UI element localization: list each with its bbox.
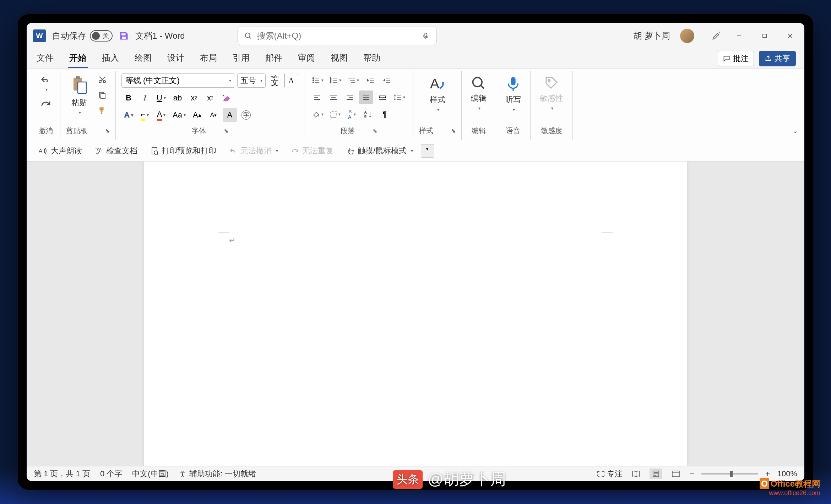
cut-button[interactable]: [96, 73, 109, 86]
strikethrough-button[interactable]: ab: [170, 91, 185, 105]
font-color-button[interactable]: A▾: [154, 108, 168, 122]
enclose-characters-button[interactable]: 字: [239, 108, 253, 122]
share-button[interactable]: 共享: [759, 51, 796, 66]
tab-insert[interactable]: 插入: [101, 49, 120, 68]
redo-button[interactable]: [37, 98, 54, 110]
increase-indent-button[interactable]: [380, 73, 394, 87]
accessibility-status[interactable]: 辅助功能: 一切就绪: [179, 469, 256, 479]
shading-button[interactable]: ▾: [310, 108, 326, 121]
character-border-button[interactable]: A: [284, 74, 298, 87]
search-input[interactable]: [257, 31, 417, 41]
page-info[interactable]: 第 1 页，共 1 页: [34, 469, 90, 479]
minimize-button[interactable]: [731, 28, 747, 44]
font-name-select[interactable]: 等线 (中文正文)▾: [121, 73, 235, 88]
highlight-button[interactable]: ⌐▾: [138, 108, 152, 122]
focus-mode[interactable]: 专注: [597, 469, 623, 479]
group-styles: A 样式 ▾ 样式⬊: [413, 71, 462, 140]
clipboard-launcher[interactable]: ⬊: [105, 127, 110, 134]
pen-mode-icon[interactable]: [711, 31, 721, 41]
decrease-indent-button[interactable]: [363, 73, 378, 87]
print-preview-button[interactable]: 打印预览和打印: [145, 143, 221, 159]
read-aloud-button[interactable]: A 大声朗读: [34, 143, 87, 159]
copy-button[interactable]: [96, 89, 109, 101]
align-left-button[interactable]: [310, 91, 324, 104]
tab-draw[interactable]: 绘图: [133, 49, 153, 68]
zoom-level[interactable]: 100%: [777, 469, 797, 478]
close-button[interactable]: [782, 28, 798, 44]
search-box[interactable]: [238, 27, 436, 45]
web-layout-button[interactable]: [669, 469, 682, 479]
touch-mode-button[interactable]: 触摸/鼠标模式 ▾: [341, 143, 418, 159]
language-status[interactable]: 中文(中国): [132, 469, 169, 479]
save-icon[interactable]: [119, 31, 129, 41]
phonetic-guide-button[interactable]: wén文: [268, 74, 282, 87]
align-center-button[interactable]: [326, 91, 341, 104]
tab-file[interactable]: 文件: [35, 49, 55, 68]
sort-button[interactable]: AZ: [361, 108, 375, 121]
tab-help[interactable]: 帮助: [362, 49, 382, 68]
italic-button[interactable]: I: [138, 91, 152, 105]
word-count[interactable]: 0 个字: [100, 469, 122, 479]
maximize-button[interactable]: [757, 28, 772, 44]
subscript-button[interactable]: x2: [187, 91, 201, 105]
dictate-button[interactable]: 听写 ▾: [502, 73, 525, 115]
format-painter-button[interactable]: [96, 105, 109, 117]
align-right-button[interactable]: [343, 91, 357, 104]
numbering-button[interactable]: 123▾: [328, 73, 343, 87]
justify-button[interactable]: [359, 91, 373, 104]
qat-customize-button[interactable]: ▾─: [421, 144, 434, 158]
ribbon-collapse-button[interactable]: ⌄: [793, 127, 798, 135]
paragraph-launcher[interactable]: ⬊: [373, 127, 377, 134]
zoom-out-button[interactable]: −: [689, 469, 694, 479]
read-mode-button[interactable]: [630, 469, 642, 479]
svg-point-16: [313, 80, 314, 81]
asian-layout-button[interactable]: ✕A▾: [345, 108, 359, 121]
text-effects-button[interactable]: A▾: [121, 108, 136, 122]
document-page[interactable]: ↵: [144, 161, 687, 466]
multilevel-list-button[interactable]: ▾: [346, 73, 361, 87]
zoom-in-button[interactable]: +: [765, 469, 770, 479]
grow-font-button[interactable]: A▴: [190, 108, 204, 122]
avatar[interactable]: [680, 29, 694, 43]
comments-button[interactable]: 批注: [718, 51, 754, 66]
zoom-slider[interactable]: [701, 473, 758, 475]
word-window: W 自动保存 关 文档1 - Word 胡 萝卜周: [27, 23, 804, 481]
change-case-button[interactable]: Aa▾: [170, 108, 188, 122]
tab-review[interactable]: 审阅: [297, 49, 316, 68]
clear-formatting-button[interactable]: [219, 91, 234, 105]
bold-button[interactable]: B: [121, 91, 136, 105]
bullets-button[interactable]: ▾: [310, 73, 326, 87]
svg-rect-73: [672, 471, 679, 477]
font-launcher[interactable]: ⬊: [224, 127, 228, 134]
tab-references[interactable]: 引用: [231, 49, 251, 68]
undo-button[interactable]: ▾: [37, 73, 54, 94]
undo-icon: [229, 147, 238, 154]
document-title: 文档1 - Word: [135, 30, 185, 42]
styles-launcher[interactable]: ⬊: [451, 127, 456, 134]
line-spacing-button[interactable]: ▾: [392, 91, 407, 104]
underline-button[interactable]: U▾: [154, 91, 168, 105]
tab-layout[interactable]: 布局: [199, 49, 218, 68]
check-doc-button[interactable]: 字A 检查文档: [90, 143, 142, 159]
svg-point-65: [154, 151, 158, 154]
paste-button[interactable]: 粘贴 ▾: [67, 73, 91, 117]
tab-home[interactable]: 开始: [68, 49, 88, 68]
print-layout-button[interactable]: [650, 469, 662, 479]
superscript-button[interactable]: x2: [203, 91, 217, 105]
tab-mailings[interactable]: 邮件: [264, 49, 284, 68]
show-marks-button[interactable]: ¶: [378, 108, 392, 121]
autosave-toggle[interactable]: 自动保存 关: [52, 30, 113, 42]
account-name[interactable]: 胡 萝卜周: [634, 30, 670, 42]
mic-icon[interactable]: [422, 31, 430, 41]
tab-design[interactable]: 设计: [166, 49, 186, 68]
shrink-font-button[interactable]: A▾: [206, 108, 221, 122]
editing-button[interactable]: 编辑 ▾: [467, 73, 490, 113]
styles-button[interactable]: A 样式 ▾: [425, 73, 450, 115]
borders-button[interactable]: ▾: [328, 108, 343, 121]
character-shading-button[interactable]: A: [223, 108, 237, 122]
autosave-switch[interactable]: 关: [90, 30, 113, 42]
document-area[interactable]: ↵: [27, 161, 804, 466]
distributed-button[interactable]: [375, 91, 390, 104]
font-size-select[interactable]: 五号▾: [237, 73, 266, 88]
tab-view[interactable]: 视图: [329, 49, 349, 68]
